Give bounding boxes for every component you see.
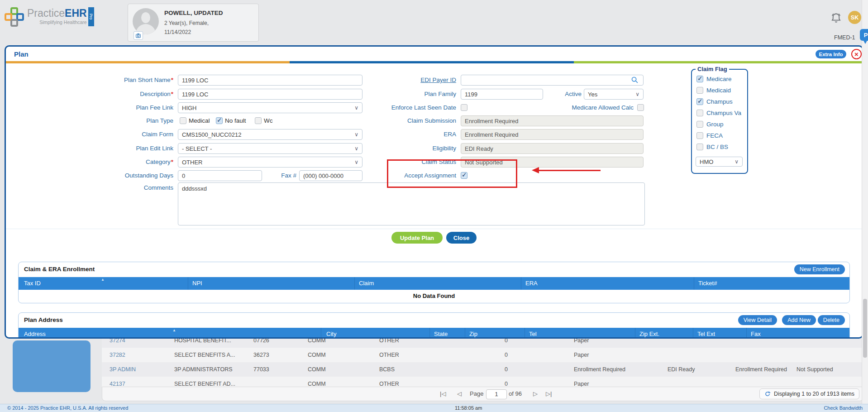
col-tax-id[interactable]: Tax ID: [24, 277, 41, 290]
search-icon[interactable]: [631, 76, 639, 84]
pagination-of-label: of 96: [509, 387, 522, 401]
claim-flag-bcbs-checkbox[interactable]: [696, 144, 703, 150]
claim-flag-hmo-select[interactable]: HMO∨: [696, 157, 743, 167]
fax-label: Fax #: [232, 170, 296, 181]
sort-asc-icon: ▲: [172, 328, 176, 332]
description-label: Description*: [6, 89, 173, 100]
plan-type-medical-checkbox[interactable]: [180, 117, 186, 124]
enrollment-panel-title: Claim & ERA Enrollment: [24, 266, 95, 273]
pagination-page-label: Page: [470, 387, 483, 401]
patient-name: POWELL, UPDATED: [164, 10, 223, 16]
col-ticket[interactable]: Ticket#: [698, 277, 717, 290]
patient-demographics: 2 Year(s), Female,: [164, 20, 209, 26]
sidebar-highlight-panel: [13, 340, 91, 392]
add-new-button[interactable]: Add New: [782, 315, 816, 325]
enforce-last-seen-checkbox[interactable]: [461, 104, 467, 111]
medicare-allowed-calc-checkbox[interactable]: [637, 104, 644, 111]
col-address[interactable]: Address: [24, 328, 46, 339]
annotation-arrow-head: [532, 167, 539, 173]
page-scrollbar[interactable]: [862, 0, 868, 412]
display-status: Displaying 1 to 20 of 1913 items: [759, 388, 859, 399]
claim-flag-group: Claim Flag Medicare Medicaid Champus Cha…: [691, 69, 748, 174]
practiceehr-cross-icon: [5, 7, 24, 27]
col-zip[interactable]: Zip: [469, 328, 477, 339]
patient-card[interactable]: POWELL, UPDATED 2 Year(s), Female, 11/14…: [128, 4, 259, 42]
comments-label: Comments: [6, 182, 173, 193]
user-avatar[interactable]: SK: [848, 11, 861, 24]
table-row[interactable]: 37282 SELECT BENEFITS A... 36273 COMM OT…: [102, 348, 863, 363]
plan-edit-link-label: Plan Edit Link: [6, 143, 173, 154]
new-enrollment-button[interactable]: New Enrollment: [794, 264, 845, 274]
claim-flag-champus-va-checkbox[interactable]: [696, 110, 703, 116]
eligibility-label: Eligibility: [323, 143, 456, 154]
plan-dialog: Plan Extra Info × Plan Short Name* Descr…: [5, 45, 863, 339]
address-table-header: Address ▲ City State Zip Tel Zip Ext. Te…: [19, 328, 849, 339]
col-fax[interactable]: Fax: [751, 328, 761, 339]
delete-button[interactable]: Delete: [818, 315, 845, 325]
pagination-prev-icon[interactable]: ◁: [457, 387, 462, 401]
active-select[interactable]: Yes∨: [584, 89, 644, 100]
notification-bell-icon[interactable]: [830, 12, 842, 24]
pagination-next-icon[interactable]: ▷: [533, 387, 538, 401]
col-era[interactable]: ERA: [525, 277, 538, 290]
claim-flag-feca-checkbox[interactable]: [696, 132, 703, 139]
chevron-down-icon: ∨: [635, 91, 639, 97]
plan-family-input[interactable]: [461, 89, 543, 100]
no-data-message: No Data Found: [19, 290, 849, 302]
era-label: ERA: [323, 129, 456, 140]
table-row[interactable]: 42137 SELECT BENEFIT AD... COMM OTHER 0 …: [102, 377, 863, 387]
claim-flag-legend: Claim Flag: [696, 66, 729, 72]
view-detail-button[interactable]: View Detail: [738, 315, 777, 325]
map-pin-icon[interactable]: P: [860, 29, 868, 41]
check-bandwidth-link[interactable]: Check Bandwidth: [824, 405, 863, 411]
col-npi[interactable]: NPI: [192, 277, 202, 290]
plan-type-nofault-checkbox[interactable]: [216, 117, 223, 124]
era-input: [461, 129, 644, 140]
col-zip-ext[interactable]: Zip Ext.: [639, 328, 659, 339]
category-label: Category*: [6, 157, 173, 168]
plan-address-panel: Plan Address View Detail Add New Delete …: [18, 312, 850, 339]
enforce-last-seen-label: Enforce Last Seen Date: [323, 102, 456, 113]
col-state[interactable]: State: [434, 328, 448, 339]
col-tel-ext[interactable]: Tel Ext: [697, 328, 715, 339]
page-number-input[interactable]: [486, 389, 507, 399]
scrollbar-thumb[interactable]: [863, 299, 867, 358]
claim-flag-group-checkbox[interactable]: [696, 121, 703, 128]
claim-flag-medicare-checkbox[interactable]: [696, 76, 703, 82]
plan-type-label: Plan Type: [6, 115, 173, 126]
progress-bar-gold: [6, 61, 290, 63]
outstanding-days-label: Outstanding Days: [6, 170, 173, 181]
annotation-highlight-box: [387, 159, 517, 188]
claim-form-label: Claim Form: [6, 129, 173, 140]
refresh-icon[interactable]: [764, 391, 771, 397]
extra-info-button[interactable]: Extra Info: [816, 50, 846, 58]
pagination-last-icon[interactable]: ▷|: [546, 387, 552, 401]
copyright-text: © 2014 - 2025 Practice EHR, U.S.A. All r…: [7, 405, 128, 411]
edi-payer-id-link-label[interactable]: EDI Payer ID: [323, 75, 456, 86]
comments-textarea[interactable]: dddsssxd: [178, 182, 645, 225]
dialog-close-icon[interactable]: ×: [851, 49, 862, 59]
claim-era-enrollment-panel: Claim & ERA Enrollment New Enrollment Ta…: [18, 262, 850, 303]
plan-type-wc-checkbox[interactable]: [255, 117, 262, 124]
patient-dob: 11/14/2022: [164, 29, 191, 35]
claim-submission-label: Claim Submission: [323, 115, 456, 126]
eligibility-input: [461, 143, 644, 154]
edi-payer-id-input[interactable]: [461, 75, 644, 86]
table-row[interactable]: 3P ADMIN 3P ADMINISTRATORS 77033 COMM BC…: [102, 362, 863, 377]
progress-bar-blue: [290, 61, 574, 63]
camera-icon[interactable]: [134, 31, 143, 40]
plan-fee-link-label: Plan Fee Link: [6, 102, 173, 113]
plan-short-name-label: Plan Short Name*: [6, 75, 173, 86]
brand-tagline: Simplifying Healthcare: [27, 19, 87, 25]
col-city[interactable]: City: [326, 328, 336, 339]
claim-flag-champus-checkbox[interactable]: [696, 98, 703, 105]
form-divider: [6, 229, 862, 229]
col-claim[interactable]: Claim: [359, 277, 374, 290]
update-plan-button[interactable]: Update Plan: [391, 232, 443, 244]
col-tel[interactable]: Tel: [529, 328, 537, 339]
address-panel-title: Plan Address: [24, 316, 63, 323]
pagination-first-icon[interactable]: |◁: [440, 387, 446, 401]
claim-flag-medicaid-checkbox[interactable]: [696, 87, 703, 94]
close-button[interactable]: Close: [446, 232, 477, 244]
app-logo: PracticeEHR Simplifying Healthcare Pro: [5, 7, 94, 27]
